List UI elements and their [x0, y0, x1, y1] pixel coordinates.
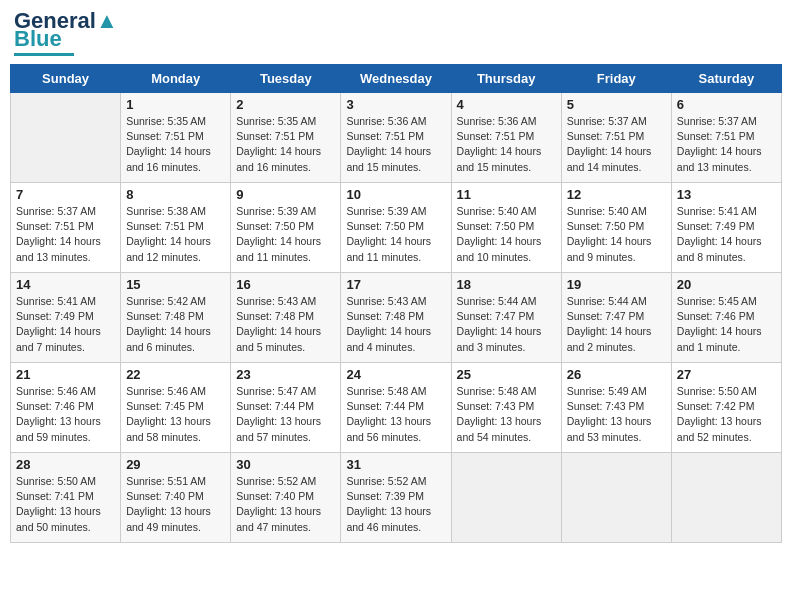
- logo-blue: Blue: [14, 28, 62, 50]
- day-number: 5: [567, 97, 666, 112]
- day-info: Sunrise: 5:44 AMSunset: 7:47 PMDaylight:…: [567, 294, 666, 355]
- day-info: Sunrise: 5:35 AMSunset: 7:51 PMDaylight:…: [126, 114, 225, 175]
- calendar-day-cell: 11Sunrise: 5:40 AMSunset: 7:50 PMDayligh…: [451, 183, 561, 273]
- calendar-day-cell: 24Sunrise: 5:48 AMSunset: 7:44 PMDayligh…: [341, 363, 451, 453]
- day-number: 27: [677, 367, 776, 382]
- day-info: Sunrise: 5:41 AMSunset: 7:49 PMDaylight:…: [16, 294, 115, 355]
- day-number: 28: [16, 457, 115, 472]
- weekday-header: Friday: [561, 65, 671, 93]
- weekday-header: Sunday: [11, 65, 121, 93]
- day-info: Sunrise: 5:46 AMSunset: 7:46 PMDaylight:…: [16, 384, 115, 445]
- day-number: 25: [457, 367, 556, 382]
- calendar-week-row: 21Sunrise: 5:46 AMSunset: 7:46 PMDayligh…: [11, 363, 782, 453]
- calendar-table: SundayMondayTuesdayWednesdayThursdayFrid…: [10, 64, 782, 543]
- calendar-body: 1Sunrise: 5:35 AMSunset: 7:51 PMDaylight…: [11, 93, 782, 543]
- calendar-day-cell: 17Sunrise: 5:43 AMSunset: 7:48 PMDayligh…: [341, 273, 451, 363]
- calendar-day-cell: 12Sunrise: 5:40 AMSunset: 7:50 PMDayligh…: [561, 183, 671, 273]
- calendar-day-cell: 4Sunrise: 5:36 AMSunset: 7:51 PMDaylight…: [451, 93, 561, 183]
- calendar-day-cell: 18Sunrise: 5:44 AMSunset: 7:47 PMDayligh…: [451, 273, 561, 363]
- calendar-day-cell: 31Sunrise: 5:52 AMSunset: 7:39 PMDayligh…: [341, 453, 451, 543]
- calendar-day-cell: 1Sunrise: 5:35 AMSunset: 7:51 PMDaylight…: [121, 93, 231, 183]
- day-info: Sunrise: 5:51 AMSunset: 7:40 PMDaylight:…: [126, 474, 225, 535]
- day-info: Sunrise: 5:41 AMSunset: 7:49 PMDaylight:…: [677, 204, 776, 265]
- day-number: 9: [236, 187, 335, 202]
- calendar-day-cell: 5Sunrise: 5:37 AMSunset: 7:51 PMDaylight…: [561, 93, 671, 183]
- day-info: Sunrise: 5:39 AMSunset: 7:50 PMDaylight:…: [236, 204, 335, 265]
- day-info: Sunrise: 5:37 AMSunset: 7:51 PMDaylight:…: [567, 114, 666, 175]
- day-info: Sunrise: 5:52 AMSunset: 7:39 PMDaylight:…: [346, 474, 445, 535]
- day-info: Sunrise: 5:52 AMSunset: 7:40 PMDaylight:…: [236, 474, 335, 535]
- calendar-week-row: 7Sunrise: 5:37 AMSunset: 7:51 PMDaylight…: [11, 183, 782, 273]
- day-info: Sunrise: 5:37 AMSunset: 7:51 PMDaylight:…: [16, 204, 115, 265]
- day-number: 26: [567, 367, 666, 382]
- calendar-day-cell: 3Sunrise: 5:36 AMSunset: 7:51 PMDaylight…: [341, 93, 451, 183]
- day-info: Sunrise: 5:38 AMSunset: 7:51 PMDaylight:…: [126, 204, 225, 265]
- calendar-day-cell: 19Sunrise: 5:44 AMSunset: 7:47 PMDayligh…: [561, 273, 671, 363]
- day-number: 7: [16, 187, 115, 202]
- calendar-week-row: 14Sunrise: 5:41 AMSunset: 7:49 PMDayligh…: [11, 273, 782, 363]
- calendar-day-cell: 27Sunrise: 5:50 AMSunset: 7:42 PMDayligh…: [671, 363, 781, 453]
- day-info: Sunrise: 5:47 AMSunset: 7:44 PMDaylight:…: [236, 384, 335, 445]
- day-number: 20: [677, 277, 776, 292]
- calendar-day-cell: 14Sunrise: 5:41 AMSunset: 7:49 PMDayligh…: [11, 273, 121, 363]
- day-number: 4: [457, 97, 556, 112]
- day-number: 12: [567, 187, 666, 202]
- calendar-day-cell: 22Sunrise: 5:46 AMSunset: 7:45 PMDayligh…: [121, 363, 231, 453]
- day-info: Sunrise: 5:48 AMSunset: 7:44 PMDaylight:…: [346, 384, 445, 445]
- weekday-header: Tuesday: [231, 65, 341, 93]
- calendar-day-cell: 29Sunrise: 5:51 AMSunset: 7:40 PMDayligh…: [121, 453, 231, 543]
- day-number: 30: [236, 457, 335, 472]
- day-number: 16: [236, 277, 335, 292]
- calendar-day-cell: 10Sunrise: 5:39 AMSunset: 7:50 PMDayligh…: [341, 183, 451, 273]
- day-info: Sunrise: 5:36 AMSunset: 7:51 PMDaylight:…: [346, 114, 445, 175]
- calendar-day-cell: [11, 93, 121, 183]
- day-info: Sunrise: 5:39 AMSunset: 7:50 PMDaylight:…: [346, 204, 445, 265]
- calendar-week-row: 28Sunrise: 5:50 AMSunset: 7:41 PMDayligh…: [11, 453, 782, 543]
- day-info: Sunrise: 5:46 AMSunset: 7:45 PMDaylight:…: [126, 384, 225, 445]
- day-number: 31: [346, 457, 445, 472]
- day-number: 11: [457, 187, 556, 202]
- calendar-day-cell: 7Sunrise: 5:37 AMSunset: 7:51 PMDaylight…: [11, 183, 121, 273]
- day-number: 15: [126, 277, 225, 292]
- day-info: Sunrise: 5:49 AMSunset: 7:43 PMDaylight:…: [567, 384, 666, 445]
- day-number: 29: [126, 457, 225, 472]
- calendar-day-cell: 30Sunrise: 5:52 AMSunset: 7:40 PMDayligh…: [231, 453, 341, 543]
- weekday-header: Thursday: [451, 65, 561, 93]
- day-number: 14: [16, 277, 115, 292]
- calendar-day-cell: 23Sunrise: 5:47 AMSunset: 7:44 PMDayligh…: [231, 363, 341, 453]
- calendar-day-cell: [561, 453, 671, 543]
- weekday-header: Wednesday: [341, 65, 451, 93]
- day-number: 10: [346, 187, 445, 202]
- calendar-header-row: SundayMondayTuesdayWednesdayThursdayFrid…: [11, 65, 782, 93]
- day-number: 1: [126, 97, 225, 112]
- calendar-day-cell: 15Sunrise: 5:42 AMSunset: 7:48 PMDayligh…: [121, 273, 231, 363]
- calendar-day-cell: 26Sunrise: 5:49 AMSunset: 7:43 PMDayligh…: [561, 363, 671, 453]
- day-number: 24: [346, 367, 445, 382]
- day-info: Sunrise: 5:40 AMSunset: 7:50 PMDaylight:…: [457, 204, 556, 265]
- day-info: Sunrise: 5:48 AMSunset: 7:43 PMDaylight:…: [457, 384, 556, 445]
- calendar-day-cell: 16Sunrise: 5:43 AMSunset: 7:48 PMDayligh…: [231, 273, 341, 363]
- calendar-day-cell: 9Sunrise: 5:39 AMSunset: 7:50 PMDaylight…: [231, 183, 341, 273]
- day-info: Sunrise: 5:43 AMSunset: 7:48 PMDaylight:…: [236, 294, 335, 355]
- day-info: Sunrise: 5:45 AMSunset: 7:46 PMDaylight:…: [677, 294, 776, 355]
- day-info: Sunrise: 5:35 AMSunset: 7:51 PMDaylight:…: [236, 114, 335, 175]
- calendar-day-cell: 21Sunrise: 5:46 AMSunset: 7:46 PMDayligh…: [11, 363, 121, 453]
- day-number: 17: [346, 277, 445, 292]
- day-info: Sunrise: 5:40 AMSunset: 7:50 PMDaylight:…: [567, 204, 666, 265]
- day-info: Sunrise: 5:50 AMSunset: 7:42 PMDaylight:…: [677, 384, 776, 445]
- calendar-day-cell: 20Sunrise: 5:45 AMSunset: 7:46 PMDayligh…: [671, 273, 781, 363]
- day-number: 13: [677, 187, 776, 202]
- calendar-day-cell: 8Sunrise: 5:38 AMSunset: 7:51 PMDaylight…: [121, 183, 231, 273]
- weekday-header: Monday: [121, 65, 231, 93]
- day-number: 22: [126, 367, 225, 382]
- day-number: 3: [346, 97, 445, 112]
- calendar-day-cell: 6Sunrise: 5:37 AMSunset: 7:51 PMDaylight…: [671, 93, 781, 183]
- calendar-day-cell: 13Sunrise: 5:41 AMSunset: 7:49 PMDayligh…: [671, 183, 781, 273]
- calendar-day-cell: [451, 453, 561, 543]
- calendar-day-cell: [671, 453, 781, 543]
- day-number: 19: [567, 277, 666, 292]
- day-number: 2: [236, 97, 335, 112]
- day-info: Sunrise: 5:50 AMSunset: 7:41 PMDaylight:…: [16, 474, 115, 535]
- day-info: Sunrise: 5:36 AMSunset: 7:51 PMDaylight:…: [457, 114, 556, 175]
- day-info: Sunrise: 5:44 AMSunset: 7:47 PMDaylight:…: [457, 294, 556, 355]
